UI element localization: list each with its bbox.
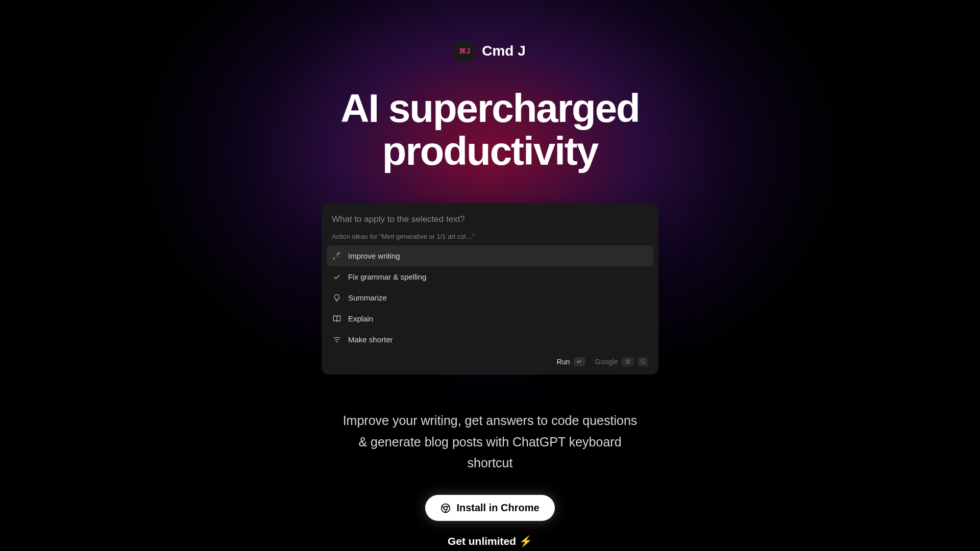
shorten-icon: [333, 336, 341, 344]
cmd-key-icon: ⌘: [622, 357, 634, 366]
logo-badge-icon: ⌘J: [454, 41, 475, 61]
google-action[interactable]: Google ⌘ G: [595, 357, 649, 366]
palette-item-label: Explain: [348, 314, 373, 323]
hero-title: AI supercharged productivity: [340, 87, 640, 172]
palette-item-fix-grammar[interactable]: Fix grammar & spelling: [327, 266, 653, 287]
run-action[interactable]: Run ↵: [557, 357, 585, 366]
palette-item-label: Improve writing: [348, 252, 400, 260]
palette-footer: Run ↵ Google ⌘ G: [322, 350, 658, 368]
subtitle: Improve your writing, get answers to cod…: [337, 410, 643, 473]
run-label: Run: [557, 358, 570, 366]
book-icon: [333, 315, 341, 323]
palette-section-label: Action ideas for "Mint generative or 1/1…: [322, 230, 658, 245]
enter-key-icon: ↵: [574, 357, 585, 366]
google-label: Google: [595, 358, 618, 366]
chrome-icon: [440, 503, 451, 513]
palette-item-make-shorter[interactable]: Make shorter: [327, 329, 653, 350]
palette-items-list: Improve writing Fix grammar & spelling S…: [322, 245, 658, 350]
main-container: ⌘J Cmd J AI supercharged productivity Wh…: [0, 0, 980, 551]
get-unlimited-link[interactable]: Get unlimited ⚡: [448, 535, 532, 547]
palette-item-improve-writing[interactable]: Improve writing: [327, 245, 653, 266]
bulb-icon: [333, 294, 341, 302]
check-icon: [333, 273, 341, 281]
wand-icon: [333, 252, 341, 260]
palette-item-label: Make shorter: [348, 335, 393, 344]
logo: ⌘J Cmd J: [454, 41, 526, 61]
palette-item-explain[interactable]: Explain: [327, 308, 653, 329]
command-palette: What to apply to the selected text? Acti…: [322, 203, 658, 374]
logo-name: Cmd J: [482, 43, 526, 59]
g-key-icon: G: [638, 357, 648, 366]
hero-title-line1: AI supercharged: [340, 86, 640, 131]
palette-prompt-input[interactable]: What to apply to the selected text?: [322, 210, 658, 230]
install-chrome-button[interactable]: Install in Chrome: [425, 495, 554, 521]
hero-title-line2: productivity: [382, 129, 598, 173]
unlimited-text: Get unlimited: [448, 535, 516, 547]
palette-item-label: Summarize: [348, 293, 387, 302]
palette-item-summarize[interactable]: Summarize: [327, 287, 653, 308]
install-button-label: Install in Chrome: [456, 502, 539, 514]
palette-item-label: Fix grammar & spelling: [348, 272, 426, 281]
lightning-icon: ⚡: [519, 535, 532, 547]
